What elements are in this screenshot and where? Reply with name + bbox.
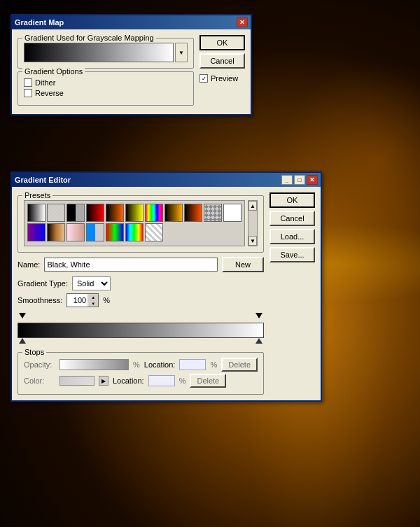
preset-violet[interactable] xyxy=(27,223,46,241)
color-swatch[interactable] xyxy=(59,376,94,386)
titlebar-title-area: Gradient Map xyxy=(15,18,64,27)
cancel-button[interactable]: Cancel xyxy=(200,53,245,69)
opacity-location-label: Location: xyxy=(144,360,176,369)
smoothness-label: Smoothness: xyxy=(18,296,62,304)
preset-row-2 xyxy=(27,223,241,241)
gradient-preview-bar[interactable] xyxy=(24,43,174,62)
preset-checker2[interactable] xyxy=(204,204,222,222)
presets-label: Presets xyxy=(22,191,52,199)
smoothness-input[interactable] xyxy=(67,294,88,307)
presets-inner xyxy=(24,200,245,246)
editor-main-row: Presets xyxy=(18,192,315,395)
opacity-stop-right[interactable] xyxy=(255,313,262,323)
color-fields-row: Color: ▶ Location: % Delete xyxy=(24,374,258,388)
color-location-label: Location: xyxy=(113,377,144,385)
preset-orange2[interactable] xyxy=(184,204,202,222)
stepper-down-button[interactable]: ▼ xyxy=(88,300,98,307)
minimize-button[interactable]: _ xyxy=(281,175,293,185)
dither-checkbox[interactable] xyxy=(24,78,32,87)
opacity-percent: % xyxy=(133,360,140,369)
editor-save-button[interactable]: Save... xyxy=(270,247,315,262)
gradient-slider-area xyxy=(18,313,264,348)
color-location-percent: % xyxy=(179,377,186,385)
preview-checkbox[interactable]: ✓ xyxy=(200,74,208,83)
editor-ok-button[interactable]: OK xyxy=(270,192,315,208)
main-gradient-bar[interactable] xyxy=(18,323,264,338)
type-row: Gradient Type: Solid Noise xyxy=(18,276,264,290)
preset-row-1 xyxy=(27,204,241,222)
titlebar-buttons: ✕ xyxy=(237,17,248,27)
color-location-input[interactable] xyxy=(148,375,175,386)
opacity-fields-row: Opacity: % Location: % Delete xyxy=(24,358,258,372)
name-row: Name: New xyxy=(18,257,264,272)
gradient-type-select[interactable]: Solid Noise xyxy=(72,276,111,290)
opacity-location-input[interactable] xyxy=(179,359,206,370)
color-delete-button[interactable]: Delete xyxy=(190,374,226,388)
maximize-button[interactable]: □ xyxy=(294,175,305,185)
name-label: Name: xyxy=(18,260,40,269)
main-row: Gradient Used for Grayscale Mapping ▼ Gr… xyxy=(18,35,245,108)
smoothness-stepper: ▲ ▼ xyxy=(66,293,99,307)
preset-copper[interactable] xyxy=(47,223,65,241)
preset-rainbow2[interactable] xyxy=(106,223,124,241)
scroll-up-button[interactable]: ▲ xyxy=(248,201,257,211)
gradient-map-dialog: Gradient Map ✕ Gradient Used for Graysca… xyxy=(10,14,252,115)
gradient-used-group: Gradient Used for Grayscale Mapping ▼ xyxy=(18,38,194,69)
gradient-bar-container: ▼ xyxy=(24,43,188,62)
preset-black-white[interactable] xyxy=(27,204,46,222)
dither-label: Dither xyxy=(35,78,55,87)
name-input[interactable] xyxy=(44,258,218,272)
editor-titlebar-title: Gradient Editor xyxy=(15,176,71,184)
preset-diagonal[interactable] xyxy=(145,223,163,241)
gradient-map-buttons: OK Cancel ✓ Preview xyxy=(200,35,245,83)
gradient-editor-dialog: Gradient Editor _ □ ✕ Presets xyxy=(10,171,322,402)
color-arrow-button[interactable]: ▶ xyxy=(99,376,108,386)
smoothness-row: Smoothness: ▲ ▼ % xyxy=(18,293,264,307)
scroll-track xyxy=(248,211,257,236)
preset-white[interactable] xyxy=(223,204,241,222)
editor-close-button[interactable]: ✕ xyxy=(307,175,318,185)
stepper-up-button[interactable]: ▲ xyxy=(88,294,98,300)
preset-checker[interactable] xyxy=(47,204,65,222)
ok-button[interactable]: OK xyxy=(200,35,245,50)
opacity-stop-left[interactable] xyxy=(19,313,26,323)
stepper-arrows: ▲ ▼ xyxy=(88,294,98,307)
opacity-delete-button[interactable]: Delete xyxy=(221,358,258,372)
scroll-down-button[interactable]: ▼ xyxy=(248,236,257,246)
color-stop-triangle-left xyxy=(19,338,26,344)
presets-scroll-container: ▲ ▼ xyxy=(24,200,258,246)
editor-cancel-button[interactable]: Cancel xyxy=(270,211,315,226)
reverse-checkbox[interactable] xyxy=(24,89,32,97)
dither-row: Dither xyxy=(24,78,188,87)
stops-group-label: Stops xyxy=(22,348,46,356)
color-stops xyxy=(18,338,264,348)
preset-rainbow3[interactable] xyxy=(125,223,144,241)
editor-left-area: Presets xyxy=(18,192,264,395)
presets-group: Presets xyxy=(18,195,264,253)
preset-black-checker[interactable] xyxy=(66,204,85,222)
preset-orange[interactable] xyxy=(106,204,124,222)
presets-scrollbar[interactable]: ▲ ▼ xyxy=(248,200,258,246)
gradient-dropdown-arrow[interactable]: ▼ xyxy=(175,43,188,62)
color-stop-right[interactable] xyxy=(255,338,262,348)
preset-skin[interactable] xyxy=(66,223,85,241)
gradient-editor-title: Gradient Editor xyxy=(15,176,71,184)
preset-yellow[interactable] xyxy=(125,204,144,222)
gradient-map-titlebar[interactable]: Gradient Map ✕ xyxy=(12,15,251,29)
gradient-editor-titlebar[interactable]: Gradient Editor _ □ ✕ xyxy=(12,173,321,187)
editor-load-button[interactable]: Load... xyxy=(270,229,315,244)
preview-label: Preview xyxy=(211,74,238,83)
preset-yellow2[interactable] xyxy=(164,204,183,222)
preset-rainbow[interactable] xyxy=(145,204,163,222)
close-button[interactable]: ✕ xyxy=(237,17,248,27)
opacity-stop-triangle-left xyxy=(19,313,26,318)
reverse-label: Reverse xyxy=(35,89,64,97)
new-button[interactable]: New xyxy=(222,257,264,272)
gradient-map-title: Gradient Map xyxy=(15,18,64,27)
preset-red[interactable] xyxy=(86,204,104,222)
color-field-label: Color: xyxy=(24,377,55,385)
opacity-slider[interactable] xyxy=(59,359,129,370)
opacity-stops xyxy=(18,313,264,323)
preset-blue-checker[interactable] xyxy=(86,223,104,241)
color-stop-left[interactable] xyxy=(19,338,26,348)
